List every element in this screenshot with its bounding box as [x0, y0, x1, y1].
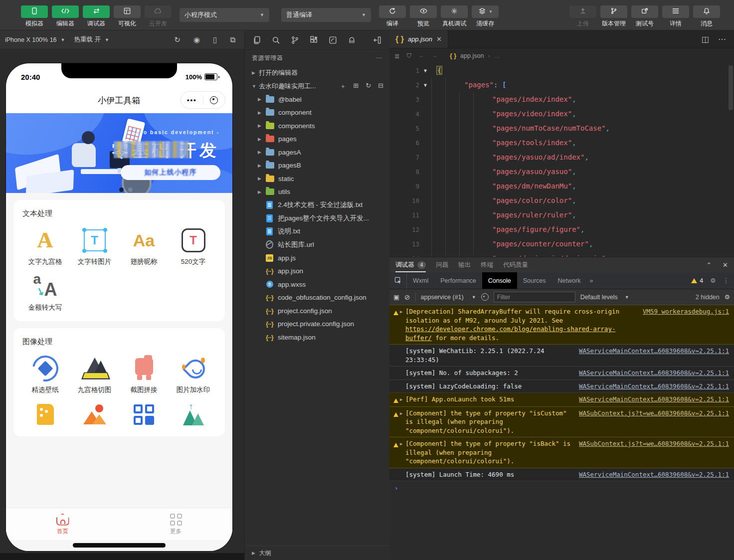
folder-row-component[interactable]: ▶component: [245, 106, 389, 120]
file-row[interactable]: {··}project.config.json: [245, 304, 389, 318]
console-message-warn[interactable]: ▶[Deprecation] SharedArrayBuffer will re…: [389, 305, 734, 345]
collapse-debugger-icon[interactable]: ⌃: [706, 261, 712, 269]
console-message-log[interactable]: [system] WeChatLib: 2.25.1 (2022.7.24 23…: [389, 345, 734, 367]
devtools-tab-wxml[interactable]: Wxml: [407, 272, 434, 289]
file-row[interactable]: 2.4技术文档 - 安全过滤版.txt: [245, 198, 389, 212]
more-tabs-icon[interactable]: »: [586, 277, 596, 284]
extensions-icon[interactable]: [310, 36, 318, 44]
context-select[interactable]: appservice (#1) ▼: [421, 294, 476, 301]
tab-app-json[interactable]: { } app.json ✕: [389, 30, 448, 48]
file-row[interactable]: {··}code_obfuscation_config.json: [245, 291, 389, 305]
search-icon[interactable]: [272, 36, 280, 44]
banner-carousel[interactable]: - Zero basic development - 零基础 开发 如何上线小程…: [6, 113, 232, 196]
toolbar-button-清缓存[interactable]: ▾清缓存: [472, 5, 499, 28]
folder-row-static[interactable]: ▶static: [245, 172, 389, 186]
outline-section-row[interactable]: ▶ 大纲: [245, 546, 389, 560]
folder-row-pages[interactable]: ▶pages: [245, 133, 389, 146]
feature-item-翅膀昵称[interactable]: Aa翅膀昵称: [119, 227, 169, 266]
toolbar-button-云开发[interactable]: 云开发: [145, 5, 172, 28]
file-row[interactable]: JSapp.js: [245, 251, 389, 265]
feature-item-截图拼接[interactable]: 截图拼接: [119, 356, 169, 394]
folder-row-pagesA[interactable]: ▶pagesA: [245, 146, 389, 159]
hot-reload-select[interactable]: 热重载 开 ▼: [74, 35, 109, 44]
toolbar-button-上传[interactable]: 上传: [569, 5, 596, 28]
file-row[interactable]: 站长图库.url: [245, 238, 389, 252]
nav-back-icon[interactable]: ←: [418, 52, 425, 59]
devtools-settings-icon[interactable]: ⚙: [710, 277, 716, 284]
device-select[interactable]: iPhone X 100% 16 ▼: [5, 36, 65, 43]
console-message-warn[interactable]: ▶[Component] the type of property "isCus…: [389, 407, 734, 438]
toolbar-button-预览[interactable]: 预览: [410, 5, 437, 28]
toolbar-button-测试号[interactable]: 测试号: [631, 5, 658, 28]
console-message-log[interactable]: [system] LazyCodeLoading: falseWAService…: [389, 380, 734, 393]
console-message-warn[interactable]: ▶[Component] the type of property "isBac…: [389, 437, 734, 468]
debugger-tab-代码质量[interactable]: 代码质量: [503, 257, 528, 272]
compile-mode-select[interactable]: 普通编译 ▼: [281, 8, 371, 22]
hidden-count-label[interactable]: 2 hidden: [696, 294, 720, 301]
project-root-row[interactable]: ▼ 去水印趣味实用工... ＋ ⊞ ↻ ⊟: [245, 79, 389, 93]
tabbar-item-首页[interactable]: 首页: [6, 508, 119, 540]
folder-row-@babel[interactable]: ▶@babel: [245, 93, 389, 106]
expand-arrow-icon[interactable]: ▶: [400, 409, 402, 418]
git-branch-icon[interactable]: [291, 36, 299, 44]
toolbar-button-真机调试[interactable]: 真机调试: [441, 5, 468, 28]
more-menu-button[interactable]: •••: [181, 96, 203, 104]
devtools-tab-network[interactable]: Network: [552, 272, 587, 289]
folder-row-utils[interactable]: ▶utils: [245, 186, 389, 199]
file-row[interactable]: {··}app.json: [245, 265, 389, 278]
feature-item-cutoff[interactable]: ↑: [169, 401, 218, 427]
feature-item-文字转图片[interactable]: T文字转图片: [70, 227, 119, 266]
toolbar-button-详情[interactable]: 详情: [662, 5, 689, 28]
inspect-element-icon[interactable]: [389, 272, 407, 289]
live-expression-icon[interactable]: [481, 293, 489, 301]
feature-item-文字九宫格[interactable]: A文字九宫格: [20, 227, 70, 266]
applet-icon[interactable]: [329, 36, 337, 44]
toolbar-button-编译[interactable]: 编译: [379, 5, 406, 28]
message-source-link[interactable]: WAServiceMainContext…60839608&v=2.25.1:1: [579, 382, 729, 391]
file-row[interactable]: 说明.txt: [245, 225, 389, 238]
top-frame-icon[interactable]: ▣: [393, 293, 399, 301]
devtools-tab-performance[interactable]: Performance: [434, 272, 482, 289]
clear-console-icon[interactable]: ⊘: [404, 293, 410, 301]
new-file-icon[interactable]: ＋: [340, 82, 346, 91]
bookmark-icon[interactable]: ⛉: [406, 52, 411, 60]
toolbar-button-调试器[interactable]: 调试器: [83, 5, 110, 28]
feature-item-cutoff[interactable]: [119, 401, 169, 427]
devtools-tab-console[interactable]: Console: [482, 272, 517, 289]
feature-item-金额转大写[interactable]: a↘A金额转大写: [20, 273, 70, 312]
console-settings-icon[interactable]: ⚙: [725, 293, 730, 301]
message-source-link[interactable]: WAServiceMainContext…60839608&v=2.25.1:1: [579, 395, 729, 404]
message-source-link[interactable]: VM59 workerasdebug.js:1: [643, 307, 729, 316]
file-row[interactable]: Sapp.wxss: [245, 278, 389, 291]
debugger-tab-问题[interactable]: 问题: [436, 257, 448, 272]
split-editor-icon[interactable]: ◫: [702, 34, 709, 44]
console-filter-input[interactable]: [494, 292, 575, 302]
new-folder-icon[interactable]: ⊞: [353, 82, 359, 91]
console-message-warn[interactable]: ▶[Perf] App.onLaunch took 51msWAServiceM…: [389, 393, 734, 407]
code-area[interactable]: 1▼{2▼"pages": [3"pages/index/index",4"pa…: [389, 63, 734, 257]
debugger-tab-终端[interactable]: 终端: [481, 257, 493, 272]
devtools-tab-sources[interactable]: Sources: [517, 272, 552, 289]
outline-list-icon[interactable]: ≣: [394, 52, 399, 60]
message-source-link[interactable]: WAServiceMainContext…60839608&v=2.25.1:1: [579, 470, 729, 479]
files-icon[interactable]: [253, 36, 261, 44]
collapse-panel-icon[interactable]: [373, 36, 381, 44]
mode-select[interactable]: 小程序模式 ▼: [180, 8, 269, 22]
console-message-log[interactable]: [system] Launch Time: 4690 msWAServiceMa…: [389, 468, 734, 482]
message-link[interactable]: https://developer.chrome.com/blog/enabli…: [405, 325, 615, 342]
expand-arrow-icon[interactable]: ▶: [400, 308, 402, 317]
feature-item-精选壁纸[interactable]: 精选壁纸: [20, 356, 70, 394]
nav-forward-icon[interactable]: →: [431, 52, 438, 59]
toolbar-button-模拟器[interactable]: 模拟器: [21, 5, 48, 28]
message-source-link[interactable]: WASubContext.js?t=we…60839608&v=2.25.1:1: [579, 409, 729, 418]
close-debugger-icon[interactable]: ✕: [723, 261, 728, 269]
fold-icon[interactable]: ▼: [422, 78, 428, 92]
open-editors-row[interactable]: ▶ 打开的编辑器: [245, 66, 389, 79]
feature-item-cutoff[interactable]: [70, 401, 119, 427]
restart-icon[interactable]: ↻: [174, 35, 181, 44]
console-prompt[interactable]: ›: [389, 481, 734, 495]
multi-window-icon[interactable]: ⧉: [230, 35, 235, 44]
console-message-log[interactable]: [system] No. of subpackages: 2WAServiceM…: [389, 367, 734, 380]
message-source-link[interactable]: WASubContext.js?t=we…60839608&v=2.25.1:1: [579, 439, 729, 448]
file-row[interactable]: {··}sitemap.json: [245, 331, 389, 344]
